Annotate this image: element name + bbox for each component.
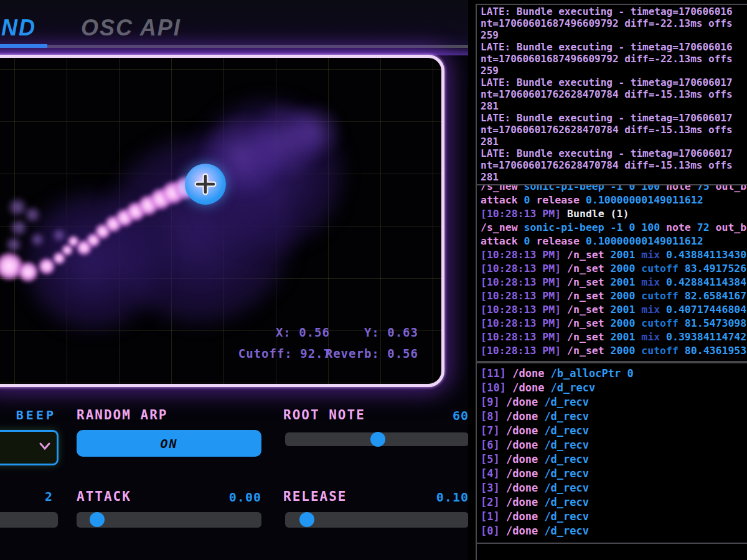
log-line: [10:28:13 PM] /n_set 2000 cutoff 82.6584… (481, 289, 747, 303)
synth-select[interactable] (0, 430, 59, 465)
tab-sound[interactable]: ND (1, 15, 36, 41)
log-line: 281 (481, 100, 747, 112)
log-line: [10:28:13 PM] /n_set 2001 mix 0.39384114… (481, 330, 747, 344)
log-line: nt=17060601687496609792 diff=-22.13ms of… (481, 53, 747, 65)
chevron-down-icon (39, 442, 51, 450)
log-line: [10:28:13 PM] /n_set 2000 cutoff 80.4361… (481, 344, 747, 358)
late-log-panel[interactable]: LATE: Bundle executing - timetag=1706060… (476, 4, 747, 185)
tab-osc-api[interactable]: OSC API (81, 15, 181, 41)
log-line: [4] /done /d_recv (481, 467, 747, 481)
done-log-panel[interactable]: [11] /done /b_allocPtr 0[10] /done /d_re… (476, 362, 747, 546)
log-line: [10] /done /d_recv (481, 381, 747, 395)
crosshair-icon (194, 173, 217, 195)
root-note-slider-thumb[interactable] (370, 432, 385, 447)
log-line: LATE: Bundle executing - timetag=1706060… (481, 147, 747, 159)
attack-label: ATTACK (77, 489, 131, 504)
log-line: [10:28:13 PM] /n_set 2001 mix 0.40717446… (481, 303, 747, 317)
attack-slider[interactable] (77, 512, 261, 528)
tab-bar: ND OSC API (0, 0, 468, 47)
random-arp-label: RANDOM ARP (77, 408, 167, 422)
readout-y: Y: 0.63 (364, 325, 418, 339)
log-line: [1] /done /d_recv (481, 510, 747, 524)
log-line: [6] /done /d_recv (481, 438, 747, 452)
root-note-slider[interactable] (285, 432, 468, 446)
release-value: 0.10 (374, 490, 468, 505)
root-note-value: 60 (374, 408, 468, 423)
log-line: [7] /done /d_recv (481, 424, 747, 438)
cropped-slider[interactable] (0, 512, 58, 528)
log-line: nt=17060601762628470784 diff=-15.13ms of… (481, 159, 747, 171)
log-line: [5] /done /d_recv (481, 452, 747, 467)
log-line: [9] /done /d_recv (481, 395, 747, 409)
log-line: 259 (481, 29, 747, 41)
log-line: 281 (481, 171, 747, 183)
empty-log-panel[interactable] (476, 543, 747, 560)
log-line: LATE: Bundle executing - timetag=1706060… (481, 41, 747, 53)
log-line: [8] /done /d_recv (481, 409, 747, 424)
log-line: [2] /done /d_recv (481, 495, 747, 510)
log-pane: LATE: Bundle executing - timetag=1706060… (476, 0, 747, 560)
log-line: attack 0 release 0.10000000149011612 (481, 235, 747, 248)
attack-slider-thumb[interactable] (90, 512, 105, 527)
main-pane: ND OSC API X: 0.56 Y: 0.63 Cutoff: 92.7 … (0, 0, 468, 560)
log-line: nt=17060601762628470784 diff=-15.13ms of… (481, 124, 747, 136)
log-line: [10:28:13 PM] /n_set 2001 mix 0.43884113… (481, 248, 747, 262)
log-line: nt=17060601687496609792 diff=-22.13ms of… (481, 17, 747, 29)
osc-log-panel[interactable]: /s_new sonic-pi-beep -1 0 100 note 75 ou… (476, 184, 747, 362)
log-line: LATE: Bundle executing - timetag=1706060… (481, 112, 747, 124)
log-line: LATE: Bundle executing - timetag=1706060… (481, 6, 747, 17)
cropped-control-value: 2 (0, 489, 53, 504)
synth-value-label: BEEP (0, 408, 56, 422)
release-slider-thumb[interactable] (299, 512, 314, 527)
log-line: [10:28:13 PM] /n_set 2000 cutoff 83.4917… (481, 262, 747, 276)
log-line: 259 (481, 65, 747, 77)
readout-cutoff: Cutoff: 92.7 (238, 347, 331, 360)
log-line: 281 (481, 136, 747, 147)
xy-pad-cursor[interactable] (185, 164, 226, 205)
log-line: attack 0 release 0.10000000149011612 (481, 194, 747, 207)
log-line: LATE: Bundle executing - timetag=1706060… (481, 77, 747, 88)
readout-x: X: 0.56 (276, 325, 330, 339)
log-line: /s_new sonic-pi-beep -1 0 100 note 75 ou… (481, 184, 747, 194)
log-line: /s_new sonic-pi-beep -1 0 100 note 72 ou… (481, 221, 747, 235)
log-line: [3] /done /d_recv (481, 481, 747, 495)
readout-reverb: Reverb: 0.56 (326, 347, 418, 360)
xy-pad[interactable]: X: 0.56 Y: 0.63 Cutoff: 92.7 Reverb: 0.5… (0, 55, 444, 387)
random-arp-toggle-button[interactable]: ON (77, 430, 261, 457)
attack-value: 0.00 (168, 490, 261, 505)
release-slider[interactable] (285, 512, 468, 528)
log-line: nt=17060601762628470784 diff=-15.13ms of… (481, 88, 747, 100)
log-line: [0] /done /d_recv (481, 524, 747, 538)
log-line: [11] /done /b_allocPtr 0 (481, 366, 747, 381)
log-line: [10:28:13 PM] Bundle (1) (481, 207, 747, 221)
root-note-label: ROOT NOTE (283, 408, 365, 422)
log-line: [10:28:13 PM] /n_set 2001 mix 0.42884114… (481, 276, 747, 289)
release-label: RELEASE (283, 489, 347, 504)
log-line: [10:28:13 PM] /n_set 2000 cutoff 81.5473… (481, 317, 747, 330)
